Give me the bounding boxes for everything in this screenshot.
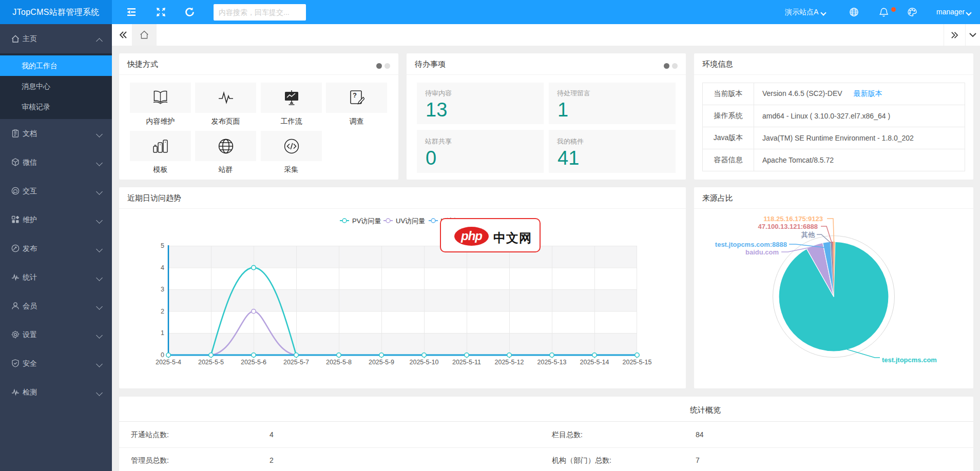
svg-text:?: ?: [353, 91, 357, 99]
svg-text:2025-5-11: 2025-5-11: [452, 359, 481, 366]
svg-text:0: 0: [161, 351, 164, 359]
svg-text:1: 1: [161, 329, 164, 337]
svg-text:UV访问量: UV访问量: [396, 217, 425, 225]
svg-text:baidu.com: baidu.com: [745, 248, 779, 256]
svg-text:3: 3: [161, 286, 164, 293]
svg-text:其他: 其他: [801, 231, 815, 239]
svg-text:2025-5-15: 2025-5-15: [623, 359, 652, 366]
svg-text:2025-5-14: 2025-5-14: [580, 359, 609, 366]
svg-text:2025-5-4: 2025-5-4: [156, 359, 181, 366]
svg-text:118.25.16.175:9123: 118.25.16.175:9123: [763, 215, 823, 223]
svg-text:4: 4: [161, 264, 164, 271]
svg-text:2025-5-10: 2025-5-10: [410, 359, 439, 366]
svg-text:2025-5-7: 2025-5-7: [283, 359, 309, 366]
svg-text:PV访问量: PV访问量: [352, 217, 381, 225]
svg-text:2025-5-8: 2025-5-8: [326, 359, 352, 366]
svg-text:2: 2: [161, 308, 164, 315]
svg-text:2025-5-6: 2025-5-6: [241, 359, 266, 366]
svg-text:2025-5-5: 2025-5-5: [198, 359, 224, 366]
svg-text:5: 5: [161, 242, 164, 249]
svg-text:test.jtopcms.com: test.jtopcms.com: [882, 356, 937, 364]
svg-text:2025-5-9: 2025-5-9: [369, 359, 394, 366]
svg-text:47.100.13.121:6888: 47.100.13.121:6888: [758, 223, 818, 230]
svg-text:2025-5-13: 2025-5-13: [537, 359, 567, 366]
svg-text:test.jtopcms.com:8888: test.jtopcms.com:8888: [715, 241, 787, 248]
svg-text:2025-5-12: 2025-5-12: [495, 359, 524, 366]
